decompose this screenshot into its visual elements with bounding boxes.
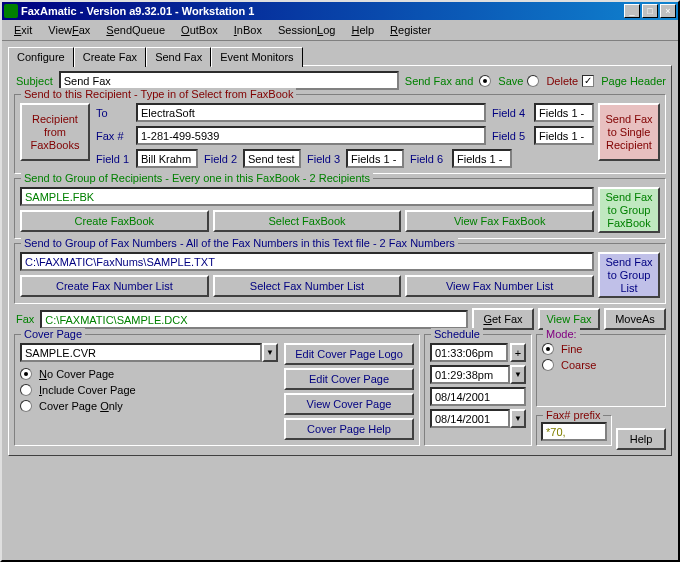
field5-input[interactable]: Fields 1 - bbox=[534, 126, 594, 145]
recipient-legend: Send to this Recipient - Type in of Sele… bbox=[21, 88, 296, 100]
edit-cover-button[interactable]: Edit Cover Page bbox=[284, 368, 414, 390]
field1-label: Field 1 bbox=[94, 153, 132, 165]
prefix-input[interactable]: *70, bbox=[541, 422, 607, 441]
send-fax-group-faxbook-button[interactable]: Send Fax to Group FaxBook bbox=[598, 187, 660, 233]
prefix-legend: Fax# prefix bbox=[543, 409, 603, 421]
field2-input[interactable]: Send test bbox=[243, 149, 301, 168]
window-title: FaxAmatic - Version a9.32.01 - Workstati… bbox=[21, 5, 624, 17]
tab-create-fax[interactable]: Create Fax bbox=[74, 47, 146, 67]
page-header-label: Page Header bbox=[601, 75, 666, 87]
schedule-date2-dropdown[interactable]: ▼ bbox=[510, 409, 526, 428]
create-number-list-button[interactable]: Create Fax Number List bbox=[20, 275, 209, 297]
delete-radio[interactable] bbox=[527, 75, 539, 87]
mode-coarse-label: Coarse bbox=[561, 359, 596, 371]
include-cover-label: Include Cover Page bbox=[39, 384, 136, 396]
numbers-file-input[interactable]: C:\FAXMATIC\FaxNums\SAMPLE.TXT bbox=[20, 252, 594, 271]
no-cover-label: No Cover Page bbox=[39, 368, 114, 380]
schedule-date1: 08/14/2001 bbox=[430, 387, 526, 406]
schedule-plus-button[interactable]: + bbox=[510, 343, 526, 362]
schedule-time2-dropdown[interactable]: ▼ bbox=[510, 365, 526, 384]
field4-input[interactable]: Fields 1 - bbox=[534, 103, 594, 122]
group-file-input[interactable]: SAMPLE.FBK bbox=[20, 187, 594, 206]
move-as-button[interactable]: MoveAs bbox=[604, 308, 666, 330]
cover-file-dropdown[interactable]: ▼ bbox=[262, 343, 278, 362]
view-number-list-button[interactable]: View Fax Number List bbox=[405, 275, 594, 297]
send-fax-group-list-button[interactable]: Send Fax to Group List bbox=[598, 252, 660, 298]
subject-label: Subject bbox=[14, 75, 55, 87]
send-fax-single-button[interactable]: Send Fax to Single Recipient bbox=[598, 103, 660, 161]
field5-label: Field 5 bbox=[490, 130, 530, 142]
group-legend: Send to Group of Recipients - Every one … bbox=[21, 172, 373, 184]
close-button[interactable]: × bbox=[660, 4, 676, 18]
field6-label: Field 6 bbox=[408, 153, 448, 165]
field2-label: Field 2 bbox=[202, 153, 239, 165]
to-input[interactable]: ElectraSoft bbox=[136, 103, 486, 122]
tab-send-fax[interactable]: Send Fax bbox=[146, 47, 211, 67]
titlebar: FaxAmatic - Version a9.32.01 - Workstati… bbox=[2, 2, 678, 20]
tab-configure[interactable]: Configure bbox=[8, 47, 74, 67]
include-cover-radio[interactable] bbox=[20, 384, 32, 396]
tab-event-monitors[interactable]: Event Monitors bbox=[211, 47, 302, 67]
cover-help-button[interactable]: Cover Page Help bbox=[284, 418, 414, 440]
menu-register[interactable]: Register bbox=[384, 22, 437, 38]
delete-label: Delete bbox=[546, 75, 578, 87]
fax-label: Fax bbox=[14, 313, 36, 325]
view-fax-button[interactable]: View Fax bbox=[538, 308, 600, 330]
send-fax-and-label: Send Fax and bbox=[403, 75, 476, 87]
schedule-legend: Schedule bbox=[431, 328, 483, 340]
field3-input[interactable]: Fields 1 - bbox=[346, 149, 404, 168]
mode-legend: Mode: bbox=[543, 328, 580, 340]
schedule-time1: 01:33:06pm bbox=[430, 343, 508, 362]
recipient-from-faxbooks-button[interactable]: Recipient from FaxBooks bbox=[20, 103, 90, 161]
menu-sessionlog[interactable]: SessionLog bbox=[272, 22, 342, 38]
no-cover-radio[interactable] bbox=[20, 368, 32, 380]
get-fax-button[interactable]: Get Fax bbox=[472, 308, 534, 330]
cover-only-label: Cover Page Only bbox=[39, 400, 123, 412]
select-number-list-button[interactable]: Select Fax Number List bbox=[213, 275, 402, 297]
view-faxbook-button[interactable]: View Fax FaxBook bbox=[405, 210, 594, 232]
menu-outbox[interactable]: OutBox bbox=[175, 22, 224, 38]
minimize-button[interactable]: _ bbox=[624, 4, 640, 18]
page-header-check[interactable]: ✓ bbox=[582, 75, 594, 87]
fax-number-label: Fax # bbox=[94, 130, 132, 142]
menubar: Exit ViewFax SendQueue OutBox InBox Sess… bbox=[2, 20, 678, 41]
field1-input[interactable]: Bill Krahm bbox=[136, 149, 198, 168]
cover-only-radio[interactable] bbox=[20, 400, 32, 412]
save-radio[interactable] bbox=[479, 75, 491, 87]
app-icon bbox=[4, 4, 18, 18]
cover-legend: Cover Page bbox=[21, 328, 85, 340]
field6-input[interactable]: Fields 1 - bbox=[452, 149, 512, 168]
fax-file-input[interactable]: C:\FAXMATIC\SAMPLE.DCX bbox=[40, 310, 468, 329]
mode-coarse-radio[interactable] bbox=[542, 359, 554, 371]
schedule-time2[interactable]: 01:29:38pm bbox=[430, 365, 510, 384]
edit-cover-logo-button[interactable]: Edit Cover Page Logo bbox=[284, 343, 414, 365]
menu-inbox[interactable]: InBox bbox=[228, 22, 268, 38]
fax-number-input[interactable]: 1-281-499-5939 bbox=[136, 126, 486, 145]
mode-fine-label: Fine bbox=[561, 343, 582, 355]
view-cover-button[interactable]: View Cover Page bbox=[284, 393, 414, 415]
menu-viewfax[interactable]: ViewFax bbox=[42, 22, 96, 38]
select-faxbook-button[interactable]: Select FaxBook bbox=[213, 210, 402, 232]
maximize-button[interactable]: □ bbox=[642, 4, 658, 18]
to-label: To bbox=[94, 107, 132, 119]
menu-exit[interactable]: Exit bbox=[8, 22, 38, 38]
menu-help[interactable]: Help bbox=[345, 22, 380, 38]
tab-strip: Configure Create Fax Send Fax Event Moni… bbox=[8, 47, 672, 67]
field4-label: Field 4 bbox=[490, 107, 530, 119]
field3-label: Field 3 bbox=[305, 153, 342, 165]
schedule-date2[interactable]: 08/14/2001 bbox=[430, 409, 510, 428]
help-button[interactable]: Help bbox=[616, 428, 666, 450]
mode-fine-radio[interactable] bbox=[542, 343, 554, 355]
cover-file-input[interactable]: SAMPLE.CVR bbox=[20, 343, 262, 362]
menu-sendqueue[interactable]: SendQueue bbox=[100, 22, 171, 38]
numbers-legend: Send to Group of Fax Numbers - All of th… bbox=[21, 237, 458, 249]
save-label: Save bbox=[498, 75, 523, 87]
create-faxbook-button[interactable]: Create FaxBook bbox=[20, 210, 209, 232]
